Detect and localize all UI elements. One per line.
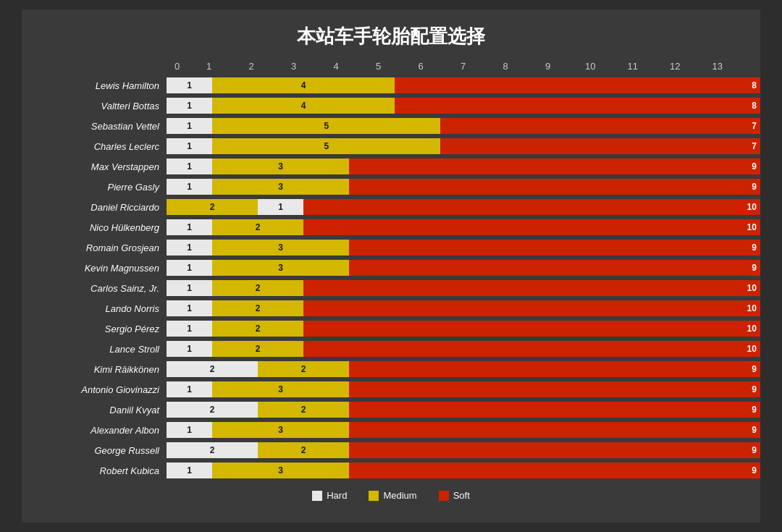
bar-value: 3: [278, 384, 283, 394]
x-label-2: 2: [230, 61, 273, 72]
bar-value: 2: [256, 222, 261, 232]
x-label-1: 1: [188, 61, 230, 72]
bars-wrapper: 148: [167, 98, 760, 114]
bar-value: 9: [752, 384, 757, 394]
bar-value: 1: [187, 80, 192, 90]
bars-inner: 1210: [167, 219, 760, 235]
bars-inner: 139: [167, 240, 760, 256]
bar-segment-soft: 9: [349, 179, 760, 195]
chart-area: 012345678910111213 Lewis Hamilton148Valt…: [43, 61, 739, 480]
bars-inner: 229: [167, 402, 760, 418]
bar-segment-soft: 7: [440, 138, 760, 154]
bar-value: 2: [256, 283, 261, 293]
driver-name: Antonio Giovinazzi: [43, 384, 167, 395]
driver-name: Romain Grosjean: [43, 242, 167, 253]
bar-segment-medium: 2: [212, 219, 303, 235]
bar-value: 1: [187, 263, 192, 273]
bar-value: 1: [187, 303, 192, 313]
chart-title: 本站车手轮胎配置选择: [43, 24, 739, 49]
bars-wrapper: 139: [167, 179, 760, 195]
bar-value: 10: [747, 222, 757, 232]
bars-inner: 1210: [167, 300, 760, 316]
legend-medium-box: [369, 491, 379, 501]
bar-segment-hard: 1: [167, 341, 212, 357]
bar-value: 9: [752, 445, 757, 455]
driver-row: George Russell229: [43, 441, 739, 460]
bars-inner: 139: [167, 179, 760, 195]
driver-row: Alexander Albon139: [43, 421, 739, 439]
bars-inner: 148: [167, 98, 760, 114]
bar-segment-medium: 2: [258, 361, 349, 377]
bar-segment-medium: 3: [212, 381, 349, 397]
bar-segment-hard: 1: [167, 118, 212, 134]
bar-segment-soft: 10: [303, 341, 760, 357]
driver-name: Sergio Pérez: [43, 324, 167, 334]
bar-segment-soft: 9: [349, 463, 760, 478]
bar-value: 1: [187, 384, 192, 394]
driver-row: Kimi Räikkönen229: [43, 360, 739, 379]
bar-segment-hard: 1: [167, 159, 212, 174]
bars-wrapper: 1210: [167, 280, 760, 296]
driver-row: Kevin Magnussen139: [43, 258, 739, 277]
bars-inner: 229: [167, 442, 760, 458]
bar-value: 2: [210, 445, 215, 455]
bar-segment-soft: 8: [395, 77, 760, 93]
bar-value: 2: [210, 364, 215, 374]
bar-segment-medium: 3: [212, 260, 349, 276]
bar-segment-medium: 3: [212, 422, 349, 438]
bar-value: 1: [187, 182, 192, 192]
bar-value: 1: [187, 222, 192, 232]
x-label-4: 4: [315, 61, 358, 72]
legend-hard: Hard: [312, 490, 347, 501]
bars-wrapper: 139: [167, 422, 760, 438]
bars-wrapper: 1210: [167, 341, 760, 357]
bars-inner: 139: [167, 381, 760, 397]
bar-value: 4: [301, 101, 306, 111]
legend-hard-label: Hard: [327, 490, 347, 501]
driver-name: Sebastian Vettel: [43, 121, 167, 132]
bars-inner: 157: [167, 118, 760, 134]
x-label-12: 12: [654, 61, 697, 72]
bar-value: 1: [187, 141, 192, 151]
bar-segment-soft: 9: [349, 442, 760, 458]
driver-row: Daniil Kvyat229: [43, 400, 739, 419]
bar-segment-hard: 1: [167, 422, 212, 438]
bars-wrapper: 139: [167, 463, 760, 478]
bar-value: 3: [278, 182, 283, 192]
bar-segment-hard: 1: [167, 300, 212, 316]
bar-segment-soft: 9: [349, 402, 760, 418]
bar-segment-medium: 2: [258, 442, 349, 458]
legend-medium-label: Medium: [383, 490, 416, 501]
bar-value: 2: [301, 364, 306, 374]
driver-row: Max Verstappen139: [43, 157, 739, 176]
bar-segment-hard: 1: [167, 260, 212, 276]
bar-value: 2: [210, 405, 215, 415]
x-label-3: 3: [272, 61, 315, 72]
legend-soft-box: [439, 491, 449, 501]
bar-value: 2: [210, 202, 215, 212]
bar-segment-soft: 10: [303, 300, 760, 316]
driver-row: Lando Norris1210: [43, 299, 739, 318]
bar-value: 9: [752, 182, 757, 192]
bar-segment-hard: 1: [167, 280, 212, 296]
bar-segment-medium: 3: [212, 179, 349, 195]
bar-value: 9: [752, 425, 757, 435]
bars-wrapper: 1210: [167, 300, 760, 316]
bars-wrapper: 139: [167, 381, 760, 397]
driver-name: Nico Hülkenberg: [43, 222, 167, 233]
bar-value: 9: [752, 263, 757, 273]
bar-value: 1: [187, 344, 192, 354]
driver-name: Lando Norris: [43, 303, 167, 314]
bars-inner: 139: [167, 422, 760, 438]
bar-value: 9: [752, 161, 757, 172]
bar-segment-medium: 5: [212, 138, 440, 154]
bar-segment-hard: 1: [167, 381, 212, 397]
bar-value: 9: [752, 242, 757, 253]
x-axis: 012345678910111213: [167, 61, 739, 72]
driver-row: Daniel Ricciardo2110: [43, 198, 739, 216]
bar-value: 3: [278, 263, 283, 273]
driver-name: Carlos Sainz, Jr.: [43, 283, 167, 294]
driver-name: Valtteri Bottas: [43, 101, 167, 111]
bar-segment-medium: 2: [212, 341, 303, 357]
bars-inner: 148: [167, 77, 760, 93]
